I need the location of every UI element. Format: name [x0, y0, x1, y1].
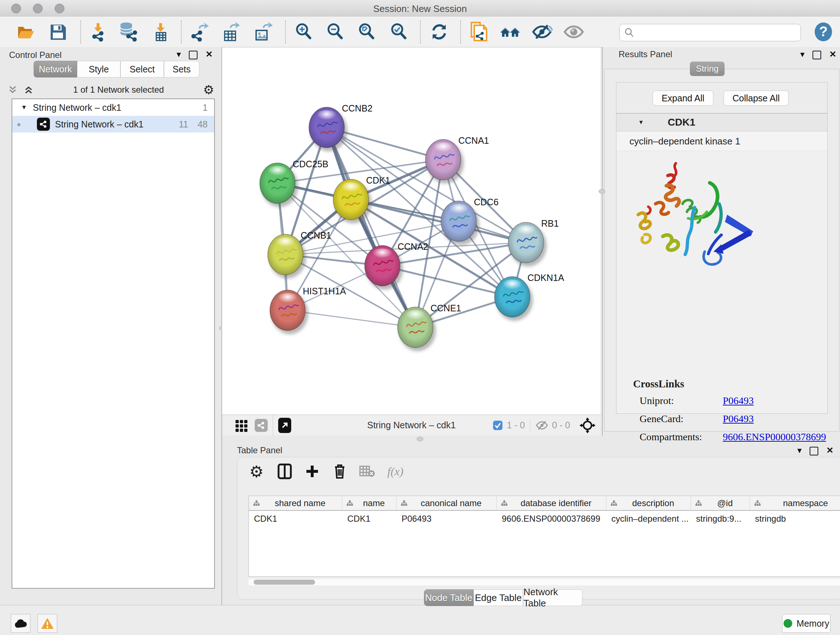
column-header[interactable]: description: [606, 496, 691, 510]
delete-table-icon[interactable]: [359, 463, 376, 480]
column-header[interactable]: name: [342, 496, 396, 510]
tab-style[interactable]: Style: [77, 61, 120, 78]
zoom-fit-icon[interactable]: [356, 21, 378, 43]
show-columns-icon[interactable]: [276, 463, 293, 480]
table-options-gear-icon[interactable]: ⚙: [248, 463, 265, 480]
collapse-all-icon[interactable]: [7, 84, 18, 95]
fit-selected-crosshair-icon[interactable]: [579, 417, 595, 433]
clone-network-icon[interactable]: [468, 21, 489, 43]
panel-menu-icon[interactable]: ▾: [800, 49, 805, 59]
selected-checkbox-icon[interactable]: [493, 420, 503, 431]
collapse-all-button[interactable]: Collapse All: [723, 90, 789, 106]
save-session-icon[interactable]: [47, 21, 69, 43]
tree-expand-icon[interactable]: ▼: [21, 104, 27, 111]
help-icon[interactable]: ?: [813, 21, 834, 43]
tab-node-table[interactable]: Node Table: [424, 589, 474, 606]
network-icon-disabled[interactable]: [255, 419, 268, 432]
crosslink-link[interactable]: 9606.ENSP00000378699: [723, 431, 826, 443]
export-network-icon[interactable]: [188, 21, 210, 43]
float-panel-icon[interactable]: [810, 447, 818, 455]
network-row[interactable]: ● String Network – cdk1 11 48: [12, 116, 214, 133]
tab-edge-table[interactable]: Edge Table: [474, 589, 523, 606]
expand-all-button[interactable]: Expand All: [653, 90, 714, 106]
node-label: CDC25B: [293, 159, 328, 169]
search-field[interactable]: [619, 24, 801, 41]
zoom-selected-icon[interactable]: [388, 21, 410, 43]
show-all-icon[interactable]: [563, 21, 584, 43]
network-node[interactable]: [441, 201, 479, 245]
network-edge[interactable]: [327, 127, 415, 327]
network-node[interactable]: [425, 139, 464, 184]
column-header[interactable]: namespace: [750, 496, 840, 510]
toolbar-divider: [460, 20, 461, 43]
scrollbar-thumb[interactable]: [254, 580, 315, 585]
delete-column-icon[interactable]: [332, 463, 348, 480]
table-header-row: shared namenamecanonical namedatabase id…: [249, 496, 840, 511]
panel-menu-icon[interactable]: ▾: [177, 49, 181, 59]
tab-sets[interactable]: Sets: [164, 61, 199, 78]
network-node[interactable]: [398, 307, 436, 351]
cloud-status-icon[interactable]: [11, 614, 30, 633]
zoom-out-icon[interactable]: [325, 21, 346, 43]
search-input[interactable]: [637, 25, 801, 40]
column-header[interactable]: canonical name: [396, 496, 497, 510]
tab-select[interactable]: Select: [120, 61, 164, 78]
refresh-icon[interactable]: [428, 21, 450, 43]
splitter-handle[interactable]: [599, 189, 605, 194]
section-expand-icon[interactable]: ▼: [638, 119, 644, 126]
float-panel-icon[interactable]: [813, 51, 821, 59]
table-panel-tabs: Node TableEdge TableNetwork Table: [424, 589, 583, 606]
node-label: CCNA1: [458, 135, 489, 146]
memory-button[interactable]: Memory: [782, 614, 831, 633]
column-header[interactable]: database identifier: [497, 496, 606, 510]
warning-status-icon[interactable]: [38, 614, 57, 633]
horizontal-scrollbar[interactable]: [248, 579, 840, 585]
close-panel-icon[interactable]: ✕: [205, 49, 213, 59]
svg-text:?: ?: [819, 24, 827, 39]
network-node[interactable]: [309, 107, 347, 151]
string-home-icon[interactable]: [500, 21, 521, 43]
table-cell: CDK1: [342, 511, 396, 526]
function-builder-icon[interactable]: f(x): [387, 463, 404, 480]
network-canvas[interactable]: CCNB2CCNA1CDC25BCDK1CDC6RB1CCNB1CCNA2CDK…: [222, 47, 600, 415]
import-table-icon[interactable]: [150, 21, 172, 43]
table-row[interactable]: CDK1CDK1P064939606.ENSP00000378699cyclin…: [249, 511, 840, 526]
network-collection-row[interactable]: ▼ String Network – cdk1 1: [12, 99, 214, 116]
network-edge-count: 48: [197, 119, 208, 130]
protein-structure-image: [633, 160, 763, 279]
column-header[interactable]: @id: [691, 496, 750, 510]
gene-section-header[interactable]: ▼ CDK1: [616, 114, 827, 131]
network-node[interactable]: [333, 179, 371, 223]
close-panel-icon[interactable]: ✕: [826, 445, 834, 455]
float-panel-icon[interactable]: [189, 51, 197, 59]
network-node[interactable]: [494, 277, 533, 321]
detach-view-icon[interactable]: [278, 418, 291, 433]
network-node[interactable]: [508, 222, 546, 266]
grid-view-icon[interactable]: [234, 418, 249, 432]
hidden-eye-icon[interactable]: [535, 420, 548, 431]
network-node[interactable]: [270, 290, 308, 334]
splitter-handle[interactable]: [417, 437, 423, 441]
export-table-icon[interactable]: [219, 21, 241, 43]
import-network-icon[interactable]: [87, 21, 109, 43]
zoom-in-icon[interactable]: [293, 21, 315, 43]
network-node[interactable]: [365, 245, 403, 290]
open-file-icon[interactable]: [15, 21, 37, 43]
crosslink-link[interactable]: P06493: [723, 395, 754, 407]
network-node[interactable]: [260, 163, 298, 207]
column-header[interactable]: shared name: [249, 496, 342, 510]
tab-network-table[interactable]: Network Table: [523, 589, 583, 606]
network-type-icon: [37, 118, 50, 131]
expand-all-icon[interactable]: [23, 84, 34, 95]
node-label: CCNA2: [398, 241, 428, 252]
tab-network[interactable]: Network: [34, 61, 77, 78]
export-image-icon[interactable]: [252, 21, 273, 43]
hide-selected-icon[interactable]: [531, 21, 553, 43]
network-options-gear-icon[interactable]: ⚙: [203, 84, 214, 95]
panel-menu-icon[interactable]: ▾: [797, 445, 802, 455]
create-column-icon[interactable]: [304, 463, 321, 480]
import-network-from-database-icon[interactable]: [118, 21, 139, 43]
close-panel-icon[interactable]: ✕: [829, 49, 836, 59]
crosslink-link[interactable]: P06493: [723, 413, 754, 424]
tab-string[interactable]: String: [690, 62, 725, 76]
